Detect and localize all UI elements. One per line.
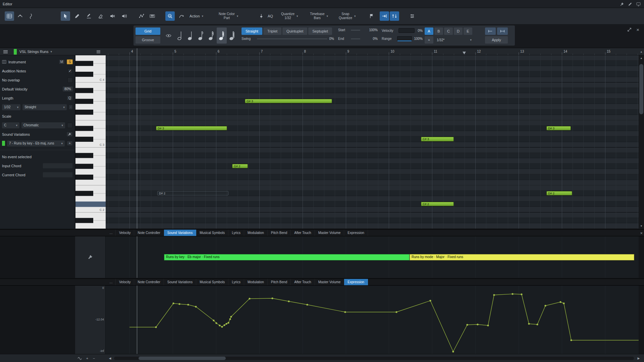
note-color-menu[interactable]: Note ColorPart ▾ (219, 10, 251, 22)
midi-note[interactable]: C# 3 (421, 137, 454, 141)
scale-checkbox[interactable] (67, 123, 72, 128)
sound-variations-lane[interactable]: Runs by key · Eb major · Fixed runsRuns … (106, 236, 639, 278)
pin-icon[interactable] (620, 2, 624, 6)
track-color-swatch[interactable] (14, 49, 17, 55)
feel-triplet[interactable]: Triplet (263, 27, 281, 35)
lane-tab-musical-symbols[interactable]: Musical Symbols (196, 230, 228, 236)
midi-note[interactable]: G# 2 (232, 164, 248, 168)
midi-note[interactable]: D# 3 (546, 126, 571, 130)
add-bank-button[interactable]: + (425, 36, 433, 44)
lane-tab-modulation[interactable]: Modulation (244, 279, 268, 285)
vertical-scroll-thumb[interactable] (639, 64, 643, 114)
wrench-icon[interactable] (88, 254, 93, 260)
zoom-in-icon[interactable]: + (85, 356, 90, 361)
lane-tab-note-controller[interactable]: Note Controller (134, 279, 164, 285)
adaptive-quantize-button[interactable]: AQ (268, 13, 273, 19)
midi-note[interactable]: C# 2 (421, 202, 454, 206)
input-chord-field[interactable] (43, 163, 73, 169)
edit-icon[interactable] (628, 2, 632, 6)
current-chord-field[interactable] (43, 172, 73, 178)
scroll-up-icon[interactable]: ▲ (639, 55, 644, 61)
midi-note[interactable]: D# 3 (156, 126, 227, 130)
lane-tab-note-controller[interactable]: Note Controller (134, 230, 164, 236)
swing-slider[interactable] (257, 39, 327, 39)
drum-view-icon[interactable] (15, 11, 25, 21)
feel-quintuplet[interactable]: Quintuplet (282, 27, 307, 35)
length-feel-dropdown[interactable]: Straight▾ (22, 104, 67, 110)
paint-tool[interactable] (72, 11, 82, 21)
expression-lane[interactable] (106, 286, 639, 354)
lane-tab-master-volume[interactable]: Master Volume (315, 230, 344, 236)
track-selector[interactable]: VSL Strings Runs ▾ (19, 50, 52, 54)
feel-straight[interactable]: Straight (241, 27, 262, 35)
automation-lanes-icon[interactable] (408, 11, 417, 21)
note-value-half[interactable] (175, 27, 185, 44)
bend-tool[interactable] (177, 11, 186, 21)
close-icon[interactable]: × (640, 230, 643, 237)
action-menu[interactable]: Action▾ (190, 12, 203, 20)
lane-tab-after-touch[interactable]: After Touch (291, 279, 315, 285)
grid-value-dropdown[interactable]: 1/32* ▾ (435, 36, 474, 44)
end-slider[interactable] (351, 39, 360, 39)
sound-variation-dropdown[interactable]: 7 - Runs by key - Eb maj..runs▾ (7, 140, 65, 146)
scroll-down-icon[interactable]: ▼ (639, 223, 644, 229)
select-tool[interactable] (61, 11, 70, 21)
eye-icon[interactable] (164, 32, 173, 40)
lane-tab-master-volume[interactable]: Master Volume (315, 279, 344, 285)
bank-d[interactable]: D (454, 27, 463, 35)
lane-tab-velocity[interactable]: Velocity (116, 230, 134, 236)
dot-button[interactable]: · (69, 105, 73, 110)
vertical-scrollbar[interactable]: ▲ ▼ (639, 55, 644, 229)
audition-checkbox[interactable]: ✓ (67, 68, 73, 74)
apply-button[interactable]: Apply (485, 36, 508, 44)
lane-tab-modulation[interactable]: Modulation (244, 230, 268, 236)
piano-roll[interactable]: G# 3D# 3C# 3G# 2D# 2C# 2D# 3D# 2 (106, 55, 639, 229)
start-slider[interactable] (351, 30, 360, 31)
bank-c[interactable]: C (444, 27, 453, 35)
lane-tab-velocity[interactable]: Velocity (116, 279, 134, 285)
keyboard-icon[interactable] (148, 11, 157, 21)
default-velocity-value[interactable]: 80% (63, 86, 73, 92)
mute-tool[interactable] (108, 11, 117, 21)
bank-a[interactable]: A (425, 27, 433, 35)
lane-tab-after-touch[interactable]: After Touch (291, 230, 315, 236)
velocity-scale-icon[interactable] (390, 11, 399, 21)
marker-flag[interactable] (463, 52, 466, 55)
lane-tab-pitch-bend[interactable]: Pitch Bend (268, 230, 291, 236)
lane-tab-lyrics[interactable]: Lyrics (228, 279, 244, 285)
length-quantize-button[interactable]: Q (67, 96, 73, 101)
piano-view-icon[interactable] (5, 11, 14, 21)
lane-tab-musical-symbols[interactable]: Musical Symbols (196, 279, 228, 285)
midi-note[interactable]: D# 2 (157, 191, 228, 195)
eraser-tool[interactable] (96, 11, 105, 21)
sound-variation-region[interactable]: Runs by key · Eb major · Fixed runs (164, 254, 410, 260)
zoom-tool[interactable]: Q (165, 11, 175, 21)
midi-note[interactable]: G# 3 (245, 99, 332, 103)
add-variation-button[interactable]: + (67, 141, 73, 146)
groove-mode-button[interactable]: Groove (136, 36, 160, 44)
quantize-menu[interactable]: Quantize1/32 ▾ (281, 10, 308, 22)
note-value-quarter[interactable] (185, 27, 196, 44)
track-list-icon[interactable] (96, 50, 101, 54)
lane-tab-expression[interactable]: Expression (344, 230, 368, 236)
hamburger-icon[interactable] (3, 50, 8, 54)
lane-tab-pitch-bend[interactable]: Pitch Bend (268, 279, 291, 285)
note-value-sixteenth[interactable] (206, 27, 216, 44)
bank-b[interactable]: B (434, 27, 443, 35)
timeline-ruler[interactable]: 456789101112131415 (106, 48, 639, 55)
scale-key-dropdown[interactable]: C▾ (2, 122, 19, 128)
lane-tab-expression[interactable]: Expression (344, 279, 368, 285)
scroll-left-icon[interactable]: ◀ (107, 356, 113, 361)
note-value-thirtysecond[interactable] (217, 27, 227, 44)
zoom-out-icon[interactable]: − (91, 356, 97, 361)
lane-tab-overflow[interactable]: … (107, 279, 116, 285)
fader-icon[interactable] (257, 11, 266, 21)
scroll-up-icon[interactable]: ▲ (639, 48, 644, 55)
feel-septuplet[interactable]: Septuplet (308, 27, 332, 35)
horizontal-scroll-thumb[interactable] (139, 357, 226, 360)
snap-menu[interactable]: SnapQuantize ▾ (339, 10, 366, 22)
grid-mode-button[interactable]: Grid (136, 27, 160, 35)
timebase-menu[interactable]: TimebaseBars ▾ (310, 10, 337, 22)
line-tool[interactable] (84, 11, 94, 21)
nudge-icon[interactable] (380, 11, 389, 21)
